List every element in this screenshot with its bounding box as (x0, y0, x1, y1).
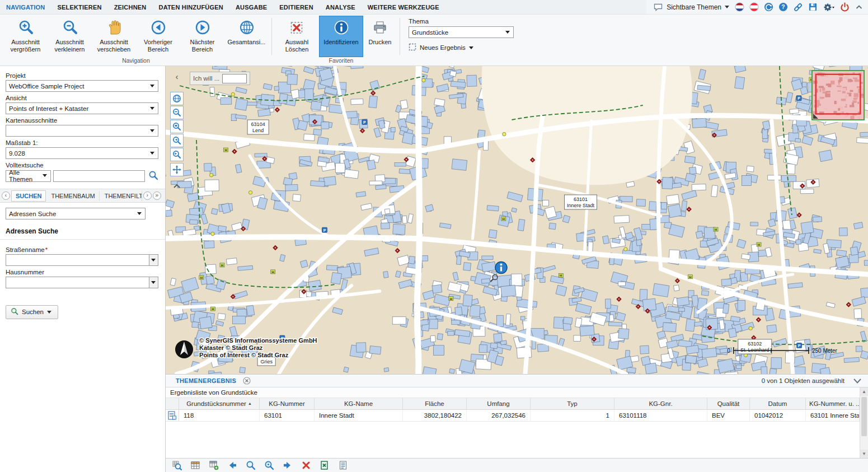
strassenname-dropdown-button[interactable] (149, 254, 158, 266)
map-zoom-out-button[interactable] (170, 106, 184, 119)
clear-selection-button[interactable]: Auswahl Löschen (275, 16, 319, 64)
next-extent-button[interactable]: Nächster Bereich (180, 16, 224, 57)
results-new-table-button[interactable] (208, 460, 219, 471)
collapse-sidebar-button[interactable]: ‹ (171, 72, 182, 82)
remove-results-button[interactable] (301, 460, 312, 471)
column-header[interactable]: Qualität (707, 398, 750, 409)
suchen-button[interactable]: Suchen (6, 305, 58, 319)
column-header[interactable]: KG-Gnr. (614, 398, 707, 409)
tabs-more-icon[interactable]: » (153, 191, 161, 200)
pan-button[interactable]: Ausschnitt verschieben (92, 16, 136, 57)
results-report-button[interactable] (337, 460, 349, 471)
next-results-button[interactable] (282, 460, 293, 471)
chevron-down-icon (147, 107, 155, 110)
zoom-selected-button[interactable] (245, 460, 256, 471)
volltext-search-button[interactable] (147, 170, 159, 182)
zoom-in-button[interactable]: Ausschnitt vergrößern (3, 16, 48, 57)
projekt-select[interactable]: WebOffice Sample Project (6, 80, 158, 92)
zoom-to-results-button[interactable] (171, 460, 182, 471)
menu-tab-weitere-werkzeuge[interactable]: WEITERE WERKZEUGE (362, 0, 445, 14)
scroll-up-icon[interactable]: ▲ (860, 387, 868, 396)
refresh-icon[interactable] (764, 2, 773, 12)
menu-tab-selektieren[interactable]: SELEKTIEREN (51, 0, 107, 14)
column-header[interactable]: Grundstücksnummer▲ (179, 398, 260, 409)
ich-will-box[interactable]: Ich will ... (190, 72, 250, 85)
overview-map[interactable] (811, 70, 865, 120)
overview-collapse-icon[interactable] (813, 114, 818, 119)
identify-button[interactable]: Identifizieren (319, 16, 363, 57)
map-overview-globe-button[interactable] (170, 92, 184, 105)
sort-asc-icon: ▲ (248, 401, 252, 405)
projekt-value: WebOffice Sample Project (9, 83, 84, 90)
volltext-search-input[interactable] (53, 170, 145, 182)
map-toolbar-collapse-button[interactable] (171, 181, 182, 191)
tab-themenergebnis[interactable]: THEMENERGEBNIS (176, 377, 236, 384)
map-zoom-next-button[interactable] (170, 148, 184, 161)
menu-tab-editieren[interactable]: EDITIEREN (273, 0, 319, 14)
menu-tab-analyse[interactable]: ANALYSE (320, 0, 362, 14)
scrollbar-thumb[interactable] (861, 397, 867, 436)
flag-at-icon[interactable] (749, 2, 759, 12)
link-icon[interactable] (793, 2, 803, 12)
menu-tab-navigation[interactable]: NAVIGATION (0, 0, 51, 14)
column-header[interactable]: Typ (531, 398, 614, 409)
results-scrollbar[interactable]: ▲ ▼ (860, 387, 868, 458)
kartenausschnitte-select[interactable] (6, 125, 158, 137)
cell-typ: 1 (531, 410, 614, 421)
hausnummer-input[interactable] (6, 277, 149, 288)
full-extent-button[interactable]: Gesamtansi... (224, 16, 269, 57)
tab-themenbaum[interactable]: THEMENBAUM (47, 191, 99, 201)
thema-select[interactable]: Grundstücke (409, 26, 514, 38)
tabs-scroll-left-icon[interactable]: ‹ (2, 191, 10, 200)
map-zoom-previous-button[interactable] (170, 134, 184, 147)
svg-text:H: H (272, 270, 274, 274)
export-excel-button[interactable] (319, 460, 330, 471)
column-header[interactable]: Datum (750, 398, 806, 409)
visible-themes-button[interactable]: Sichtbare Themen (653, 2, 730, 12)
search-type-select[interactable]: Adressen Suche (6, 208, 146, 219)
map-zoom-window-button[interactable] (170, 120, 184, 133)
results-table-button[interactable] (190, 460, 201, 471)
strassenname-input[interactable] (6, 254, 149, 266)
zoom-all-button[interactable] (264, 460, 275, 471)
tab-themenfilter[interactable]: THEMENFILTER (101, 191, 142, 201)
hausnummer-dropdown-button[interactable] (149, 277, 158, 288)
collapse-results-icon[interactable] (852, 377, 862, 384)
column-header[interactable]: Umfang (467, 398, 531, 409)
neues-ergebnis-toggle[interactable]: Neues Ergebnis (409, 43, 514, 52)
print-button[interactable]: Drucken (363, 16, 397, 64)
svg-text:0: 0 (727, 348, 730, 354)
row-detail-icon[interactable] (166, 410, 179, 421)
menu-tab-daten-hinzufuegen[interactable]: DATEN HINZUFÜGEN (152, 0, 229, 14)
column-header[interactable]: KG-Nummer (260, 398, 315, 409)
map-pan-button[interactable] (170, 163, 184, 176)
svg-text:P: P (798, 344, 801, 348)
column-header[interactable]: KG-Name (315, 398, 403, 409)
volltext-scope-select[interactable]: Alle Themen (6, 170, 51, 182)
ansicht-select[interactable]: Points of Interest + Kataster (6, 102, 158, 114)
tabs-scroll-right-icon[interactable]: › (143, 191, 152, 200)
save-icon[interactable] (808, 2, 818, 12)
help-icon[interactable]: ? (778, 2, 788, 12)
previous-extent-button[interactable]: Vorheriger Bereich (136, 16, 180, 57)
svg-text:H: H (212, 307, 214, 311)
power-icon[interactable] (840, 2, 850, 12)
previous-results-button[interactable] (227, 460, 238, 471)
menu-tab-ausgabe[interactable]: AUSGABE (229, 0, 273, 14)
scroll-down-icon[interactable]: ▼ (860, 450, 868, 458)
table-row[interactable]: 118 63101 Innere Stadt 3802,180422 267,0… (166, 410, 860, 422)
menu-tab-zeichnen[interactable]: ZEICHNEN (108, 0, 153, 14)
next-extent-icon (194, 19, 211, 38)
tab-suchen[interactable]: SUCHEN (11, 190, 46, 202)
close-results-icon[interactable] (243, 377, 251, 385)
zoom-out-button[interactable]: Ausschnitt verkleinern (48, 16, 92, 57)
column-header[interactable]: KG-Nummer. u. ... (806, 398, 860, 409)
settings-gear-icon[interactable] (823, 2, 835, 12)
massstab-select[interactable]: 9.028 (6, 147, 158, 159)
column-header[interactable]: Fläche (403, 398, 467, 409)
collapse-ribbon-icon[interactable] (855, 3, 864, 12)
ich-will-input[interactable] (222, 74, 247, 83)
flag-nl-icon[interactable] (735, 2, 744, 12)
map-viewport[interactable]: HHHHHHHHHHHHPPPPP 63104 Lend 63101 Inner… (166, 66, 868, 374)
cell-umfang: 267,032546 (467, 410, 531, 421)
